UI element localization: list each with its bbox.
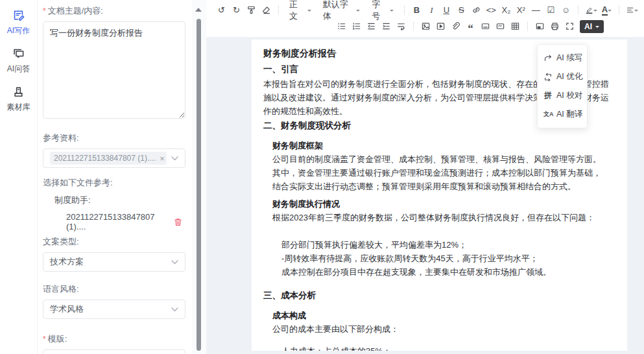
- ai-optimize-icon: [543, 73, 553, 82]
- ai-write-icon: [12, 9, 25, 23]
- link-icon[interactable]: [469, 3, 484, 18]
- chevron-down-icon: [171, 156, 178, 161]
- editor-area: ↺ ↻ 正文 默认字体 字号 B: [206, 0, 644, 354]
- caret-down-icon: [593, 10, 597, 14]
- doc-spacer: [263, 224, 617, 238]
- reference-file-tag[interactable]: 2021122715133847807 (1).... ×: [50, 152, 167, 165]
- insert-video-icon[interactable]: [433, 19, 448, 34]
- required-asterisk: *: [43, 6, 46, 16]
- underline-button[interactable]: U: [439, 3, 454, 18]
- menu-item-ai-translate[interactable]: 文A AI 翻译: [538, 105, 587, 124]
- panel-scrollbar: [192, 0, 206, 354]
- delete-file-icon[interactable]: [173, 217, 183, 227]
- lang-style-label: 语言风格:: [43, 283, 185, 295]
- assistant-file-name: 2021122715133847807 (1)....: [66, 212, 173, 231]
- indent-icon[interactable]: [379, 19, 394, 34]
- insert-image-icon[interactable]: [418, 19, 433, 34]
- toolbar-divider: [578, 5, 578, 15]
- insert-table-icon[interactable]: [508, 19, 523, 34]
- bullet-list-icon[interactable]: [334, 19, 349, 34]
- divider-block-icon[interactable]: [478, 19, 493, 34]
- nav-item-ai-qa[interactable]: AI问答: [7, 47, 30, 75]
- template-label: *模版:: [43, 333, 185, 345]
- menu-item-ai-optimize[interactable]: AI 优化: [538, 67, 587, 86]
- subscript-button[interactable]: X₂: [499, 3, 514, 18]
- doc-subheading: 财务制度执行情况: [263, 197, 617, 211]
- code-block-icon[interactable]: [493, 19, 508, 34]
- nav-item-label: AI问答: [7, 64, 30, 75]
- copy-type-label: 文案类型:: [43, 236, 185, 248]
- menu-item-ai-proofread[interactable]: 拼 AI 校对: [538, 86, 587, 105]
- reference-select[interactable]: 2021122715133847807 (1).... ×: [43, 148, 185, 168]
- align-dropdown[interactable]: [624, 3, 640, 18]
- task-checkbox-button[interactable]: ☑: [543, 3, 558, 18]
- ai-tools-dropdown[interactable]: AI: [580, 20, 604, 33]
- editor-toolbar: ↺ ↻ 正文 默认字体 字号 B: [206, 0, 644, 37]
- font-size-dropdown[interactable]: 字号: [366, 0, 400, 22]
- nav-item-label: 素材库: [7, 102, 30, 113]
- outdent-icon[interactable]: [364, 19, 379, 34]
- doc-list-item: -周转效率有待提高，应收账款周转天数为45天，高于行业平均水平；: [263, 252, 617, 265]
- left-nav-rail: AI写作 AI问答 素材库: [0, 0, 38, 354]
- toolbar-divider: [413, 21, 414, 31]
- caret-down-icon: [608, 10, 612, 14]
- doc-heading: 三、成本分析: [263, 288, 617, 303]
- preview-layout-icon[interactable]: [532, 19, 547, 34]
- doc-list-item: 人力成本：占总成本的35%；: [263, 344, 617, 351]
- copy-type-select[interactable]: 技术方案: [43, 252, 185, 272]
- doc-line: 根据2023年前三季度的财务数据，公司整体财务制度执行情况良好，但存在以下问题：: [263, 211, 617, 224]
- nav-item-ai-write[interactable]: AI写作: [7, 9, 30, 36]
- nav-item-library[interactable]: 素材库: [7, 86, 30, 113]
- scroll-up-arrow[interactable]: [195, 5, 202, 12]
- font-color-dropdown[interactable]: A: [599, 3, 614, 18]
- paragraph-style-dropdown[interactable]: 正文: [283, 0, 317, 22]
- topic-label: *文档主题/内容:: [43, 5, 185, 17]
- highlight-pen-dropdown[interactable]: [583, 3, 599, 18]
- emoji-button[interactable]: ☺: [558, 3, 573, 18]
- assistant-label: 制度助手:: [43, 195, 185, 206]
- redo-button[interactable]: ↻: [229, 3, 244, 18]
- lang-style-select[interactable]: 学术风格: [43, 300, 185, 319]
- template-select[interactable]: 通用模板: [43, 349, 185, 354]
- doc-line: 公司的成本主要由以下部分构成：: [263, 322, 617, 336]
- undo-button[interactable]: ↺: [214, 3, 229, 18]
- fullscreen-icon[interactable]: [562, 19, 577, 34]
- doc-spacer: [263, 336, 617, 344]
- font-family-dropdown[interactable]: 默认字体: [317, 0, 366, 22]
- toolbar-row-2: “: [214, 18, 640, 34]
- required-asterisk: *: [43, 335, 46, 344]
- ordered-list-icon[interactable]: [349, 19, 364, 34]
- blockquote-icon[interactable]: “: [463, 19, 478, 34]
- doc-list-item: 部分部门预算执行偏差较大，平均偏差率为12%；: [263, 238, 617, 252]
- text-wrap-icon[interactable]: [394, 19, 409, 34]
- attachment-icon[interactable]: [448, 19, 463, 34]
- inline-code-button[interactable]: <>: [484, 3, 499, 18]
- nav-item-label: AI写作: [7, 25, 30, 36]
- toolbar-divider: [404, 5, 405, 15]
- menu-item-ai-continue[interactable]: AI 续写: [538, 49, 587, 67]
- horizontal-rule-button[interactable]: —: [529, 3, 543, 18]
- doc-line: 公司目前的制度涵盖了资金管理、成本控制、预算管理、核算与报告、风险管理等方面。: [263, 152, 617, 166]
- chat-icon: [12, 47, 25, 62]
- caret-down-icon: [634, 10, 638, 14]
- doc-line: 其中，资金管理主要通过银行账户管理和现金流预测进行；成本控制以部门预算为基础，: [263, 166, 617, 180]
- superscript-button[interactable]: X²: [514, 3, 529, 18]
- topic-input[interactable]: 写一份财务制度分析报告: [43, 21, 185, 119]
- print-icon[interactable]: [547, 19, 562, 34]
- eraser-icon[interactable]: [259, 3, 274, 18]
- ai-continue-icon: [543, 54, 553, 63]
- italic-button[interactable]: I: [424, 3, 439, 18]
- bold-button[interactable]: B: [409, 3, 424, 18]
- format-painter-icon[interactable]: [244, 3, 259, 18]
- caret-down-icon: [356, 10, 360, 14]
- reference-label: 参考资料:: [43, 132, 185, 144]
- chevron-down-icon: [171, 260, 178, 265]
- ai-translate-icon: 文A: [543, 110, 553, 119]
- remove-tag-icon[interactable]: ×: [160, 154, 165, 163]
- editor-canvas: 财务制度分析报告 一、引言 本报告旨在对公司的财务制度进行全面分析，包括财务制度…: [206, 37, 644, 354]
- strikethrough-button[interactable]: S: [454, 3, 469, 18]
- toolbar-divider: [619, 5, 619, 15]
- chevron-down-icon: [171, 307, 178, 312]
- scrollbar-thumb[interactable]: [197, 19, 201, 351]
- ai-proofread-icon: 拼: [543, 90, 553, 101]
